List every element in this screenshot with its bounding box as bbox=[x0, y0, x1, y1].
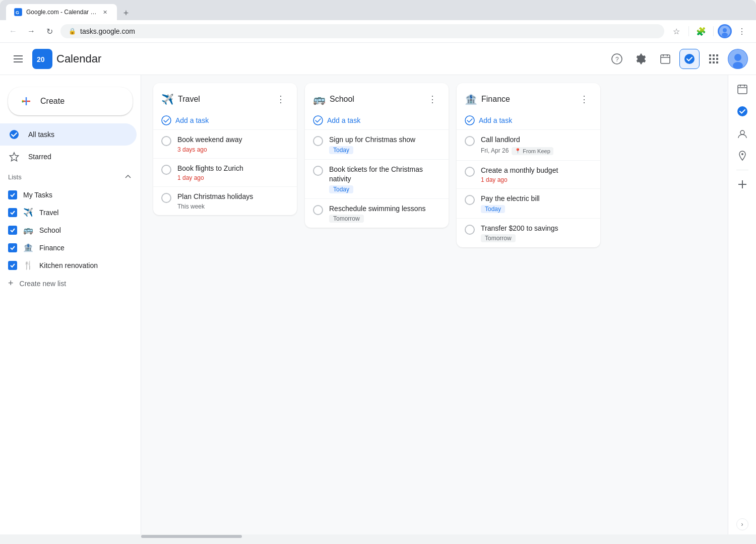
task-date: 1 day ago bbox=[177, 174, 289, 181]
sidebar: Create All tasks Starred Lists bbox=[0, 75, 141, 534]
board-school: 🚌 School ⋮ Add a task Sign up for Christ… bbox=[305, 83, 449, 228]
tab-title: Google.com - Calendar - Tasks bbox=[26, 9, 97, 16]
tab-favicon: G bbox=[14, 8, 22, 16]
task-content: Book weekend away 3 days ago bbox=[177, 135, 289, 153]
school-board-emoji: 🚌 bbox=[313, 93, 326, 105]
task-item: Book weekend away 3 days ago bbox=[153, 129, 297, 158]
svg-rect-5 bbox=[14, 55, 23, 56]
lists-title: Lists bbox=[8, 173, 22, 181]
list-item-travel[interactable]: ✈️ Travel bbox=[0, 203, 137, 221]
help-button[interactable]: ? bbox=[607, 49, 627, 69]
travel-checkbox bbox=[8, 208, 17, 217]
svg-point-45 bbox=[741, 153, 743, 155]
svg-point-44 bbox=[740, 130, 744, 134]
task-item: Sign up for Christmas show Today bbox=[305, 129, 449, 159]
task-date: This week bbox=[177, 203, 289, 210]
apps-button[interactable] bbox=[704, 49, 724, 69]
svg-point-34 bbox=[10, 130, 19, 139]
right-add-button[interactable] bbox=[732, 174, 752, 194]
travel-board-menu[interactable]: ⋮ bbox=[273, 91, 289, 107]
header-actions: ? bbox=[607, 49, 748, 69]
settings-button[interactable] bbox=[631, 49, 651, 69]
task-date: Tomorrow bbox=[481, 234, 516, 242]
browser-chrome: G Google.com - Calendar - Tasks ✕ + bbox=[0, 0, 756, 20]
list-item-my-tasks[interactable]: My Tasks bbox=[0, 186, 137, 203]
lists-section-header: Lists bbox=[0, 168, 141, 186]
right-tasks-button[interactable] bbox=[732, 101, 752, 121]
task-circle[interactable] bbox=[465, 167, 475, 177]
browser-tab-active[interactable]: G Google.com - Calendar - Tasks ✕ bbox=[6, 4, 117, 20]
bookmark-button[interactable]: ☆ bbox=[668, 23, 684, 39]
user-avatar[interactable] bbox=[728, 49, 748, 69]
extensions-button[interactable]: 🧩 bbox=[693, 23, 709, 39]
boards-area: ✈️ Travel ⋮ Add a task Book weekend away… bbox=[141, 75, 728, 534]
right-maps-button[interactable] bbox=[732, 146, 752, 166]
my-tasks-checkbox bbox=[8, 190, 17, 199]
task-circle[interactable] bbox=[313, 136, 323, 146]
task-circle[interactable] bbox=[161, 165, 171, 175]
task-circle[interactable] bbox=[161, 193, 171, 203]
reload-button[interactable]: ↻ bbox=[42, 24, 56, 38]
task-circle[interactable] bbox=[465, 195, 475, 205]
nav-item-starred[interactable]: Starred bbox=[0, 146, 137, 168]
app-header: 20 Calendar ? bbox=[0, 43, 756, 75]
task-item: Book tickets for the Christmas nativity … bbox=[305, 159, 449, 198]
svg-point-3 bbox=[723, 28, 727, 32]
task-item: Call landlord Fri, Apr 26 📍 From Keep bbox=[457, 129, 600, 160]
list-item-school[interactable]: 🚌 School bbox=[0, 221, 137, 239]
create-button[interactable]: Create bbox=[8, 87, 133, 115]
task-date: Tomorrow bbox=[329, 215, 364, 223]
task-item: Pay the electric bill Today bbox=[457, 188, 600, 218]
task-title: Book tickets for the Christmas nativity bbox=[329, 165, 440, 184]
address-bar[interactable]: 🔒 tasks.google.com bbox=[60, 24, 664, 38]
travel-label: Travel bbox=[39, 209, 58, 217]
calendar-view-button[interactable] bbox=[655, 49, 675, 69]
board-travel-header: ✈️ Travel ⋮ bbox=[153, 83, 297, 111]
task-circle[interactable] bbox=[313, 205, 323, 215]
list-item-kitchen[interactable]: 🍴 Kitchen renovation bbox=[0, 256, 137, 274]
create-new-list-button[interactable]: + Create new list bbox=[0, 274, 137, 293]
task-circle[interactable] bbox=[313, 166, 323, 176]
finance-add-task-text: Add a task bbox=[479, 116, 512, 124]
forward-button[interactable]: → bbox=[24, 24, 38, 38]
new-tab-button[interactable]: + bbox=[119, 6, 133, 20]
board-travel: ✈️ Travel ⋮ Add a task Book weekend away… bbox=[153, 83, 297, 215]
svg-text:20: 20 bbox=[37, 55, 45, 63]
task-title: Plan Christmas holidays bbox=[177, 192, 289, 202]
school-add-task-text: Add a task bbox=[327, 116, 360, 124]
horizontal-scrollbar[interactable] bbox=[0, 534, 756, 538]
list-item-finance[interactable]: 🏦 Finance bbox=[0, 239, 137, 256]
close-tab-button[interactable]: ✕ bbox=[101, 8, 109, 16]
travel-add-task-text: Add a task bbox=[175, 116, 209, 124]
school-board-menu[interactable]: ⋮ bbox=[424, 91, 440, 107]
hamburger-menu[interactable] bbox=[8, 49, 28, 69]
main-content: Create All tasks Starred Lists bbox=[0, 75, 756, 534]
nav-item-all-tasks[interactable]: All tasks bbox=[0, 123, 137, 146]
task-circle[interactable] bbox=[161, 136, 171, 146]
task-date: 3 days ago bbox=[177, 146, 289, 153]
finance-add-task-row[interactable]: Add a task bbox=[457, 111, 600, 129]
school-add-task-row[interactable]: Add a task bbox=[305, 111, 449, 129]
task-circle[interactable] bbox=[465, 225, 475, 235]
back-button[interactable]: ← bbox=[6, 24, 20, 38]
svg-rect-19 bbox=[716, 54, 718, 56]
svg-point-27 bbox=[734, 54, 741, 61]
divider2 bbox=[713, 26, 714, 36]
right-calendar-button[interactable] bbox=[732, 79, 752, 99]
lists-expand-button[interactable] bbox=[123, 172, 133, 182]
profile-button[interactable] bbox=[718, 24, 732, 38]
browser-tabs: G Google.com - Calendar - Tasks ✕ + bbox=[6, 4, 750, 20]
svg-point-4 bbox=[722, 33, 728, 37]
task-circle[interactable] bbox=[465, 136, 475, 146]
svg-point-36 bbox=[162, 116, 171, 125]
kitchen-label: Kitchen renovation bbox=[39, 261, 98, 269]
right-chevron-button[interactable]: › bbox=[736, 518, 748, 530]
menu-button[interactable]: ⋮ bbox=[734, 23, 750, 39]
pin-icon: 📍 bbox=[515, 148, 521, 154]
tasks-view-button[interactable] bbox=[679, 49, 700, 69]
right-contacts-button[interactable] bbox=[732, 123, 752, 144]
app-logo: 20 bbox=[32, 49, 52, 69]
svg-point-16 bbox=[684, 54, 695, 64]
travel-add-task-row[interactable]: Add a task bbox=[153, 111, 297, 129]
finance-board-menu[interactable]: ⋮ bbox=[576, 91, 592, 107]
